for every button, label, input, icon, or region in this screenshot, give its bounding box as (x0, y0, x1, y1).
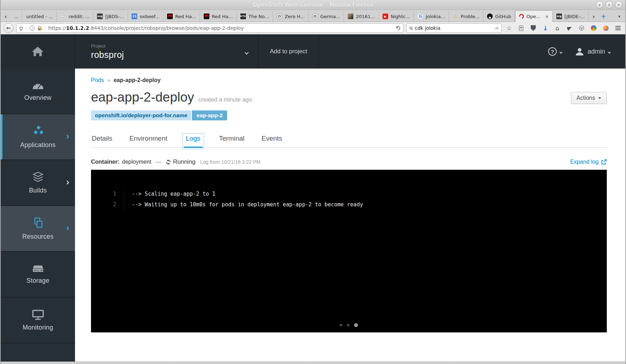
browser-tab[interactable]: ⚠Proble... (449, 11, 483, 22)
search-input[interactable]: cdk jolokia (415, 25, 492, 31)
tab-label: Proble... (461, 14, 480, 19)
label-value: eap-app-2 (192, 110, 227, 120)
tab-logs[interactable]: Logs (184, 135, 203, 148)
project-eyebrow: Project (91, 43, 124, 49)
browser-tab-active-openshift[interactable]: Ope...× (515, 10, 553, 22)
pod-tabs: Details Environment Logs Terminal Events (91, 135, 607, 148)
tab-label: Red Ha... (175, 14, 196, 19)
sidebar-item-overview[interactable]: Overview (1, 69, 75, 114)
browser-tab[interactable]: ΘGerma... (309, 11, 344, 22)
browser-tab[interactable]: Red Ha... (200, 11, 237, 22)
extension-smiley-button[interactable] (577, 23, 586, 33)
tab-details[interactable]: Details (91, 135, 113, 147)
actions-button[interactable]: Actions (571, 92, 607, 104)
theta-favicon-icon: Θ (277, 13, 282, 19)
warning-favicon-icon: ⚠ (453, 13, 458, 19)
chevron-right-icon: › (66, 176, 69, 188)
tab-label: jolokia... (426, 14, 445, 19)
theta-favicon-icon: Θ (312, 13, 318, 19)
log-viewer[interactable]: 1 --> Scaling eap-app-2 to 1 2 --> Waiti… (91, 170, 607, 332)
browser-tab[interactable]: Gjolokia... (414, 11, 449, 22)
log-line: 1 --> Scaling eap-app-2 to 1 (91, 189, 607, 199)
clipboard-icon (519, 26, 523, 31)
reading-list-button[interactable] (517, 23, 526, 33)
tab-label: Ope... (526, 14, 540, 19)
url-bar[interactable]: › i https://10.1.2.2:8443/console/projec… (16, 23, 403, 33)
tab-close-icon[interactable]: × (545, 14, 549, 19)
redhat-favicon-icon (167, 13, 173, 19)
downloads-button[interactable]: ↓ (541, 23, 550, 33)
console-home-button[interactable] (1, 34, 75, 69)
expand-log-link[interactable]: Expand log (570, 159, 607, 165)
sidebar-item-builds[interactable]: Builds › (1, 160, 75, 206)
info-icon[interactable]: i (30, 26, 34, 31)
browser-tab[interactable]: org[JBDS-... (93, 11, 128, 22)
extension-color-circle-button[interactable] (589, 23, 598, 33)
dash-separator: — (156, 159, 161, 165)
breadcrumb-current: eap-app-2-deploy (113, 77, 160, 83)
browser-tab[interactable]: ▶Nightc... (379, 11, 414, 22)
tab-events[interactable]: Events (261, 135, 283, 147)
search-bar[interactable]: cdk jolokia → (406, 23, 502, 33)
sidebar-item-label: Resources (22, 233, 54, 240)
log-line-text: --> Scaling eap-app-2 to 1 (124, 189, 215, 199)
tab-scroll-left-button[interactable]: ‹ (1, 11, 11, 22)
container-status: Running (173, 158, 196, 165)
home-button[interactable]: ⌂ (553, 23, 562, 33)
browser-navbar: ← › i https://10.1.2.2:8443/console/proj… (1, 22, 625, 34)
browser-tab[interactable]: ... (11, 11, 22, 22)
breadcrumb-pods-link[interactable]: Pods (91, 77, 104, 83)
menu-button[interactable] (613, 23, 622, 33)
tab-label: Zero H... (285, 14, 305, 19)
tab-label: The No... (248, 14, 269, 19)
url-text[interactable]: https://10.1.2.2:8443/console/project/ro… (45, 25, 394, 31)
back-button[interactable]: ← (4, 23, 14, 33)
search-icon (410, 27, 412, 29)
sidebar-item-resources[interactable]: Resources › (1, 206, 75, 252)
shield-button[interactable] (529, 23, 538, 33)
container-name: deployment (122, 159, 151, 165)
browser-tab[interactable]: untitled - ... (22, 11, 57, 22)
help-menu[interactable]: ? (548, 34, 575, 69)
project-selector[interactable]: Project robsproj (75, 34, 258, 69)
maximize-button[interactable]: ∧ (605, 1, 613, 9)
reload-icon[interactable] (395, 25, 401, 31)
close-window-button[interactable]: × (615, 1, 622, 9)
tab-environment[interactable]: Environment (129, 135, 168, 147)
tab-label: Red Ha... (212, 14, 233, 19)
browser-tab[interactable]: 20161... (344, 11, 379, 22)
firefox-account-button[interactable] (601, 23, 610, 33)
browser-tab[interactable]: org[JBIDE-... (553, 11, 589, 22)
tab-scroll-right-button[interactable]: › (589, 11, 599, 22)
minimize-button[interactable]: ∨ (596, 1, 603, 9)
sync-icon (166, 159, 171, 165)
browser-tab[interactable]: ΘZero H... (273, 11, 309, 22)
browser-tab[interactable]: HTGThe No... (237, 11, 273, 22)
search-go-icon[interactable]: → (494, 25, 498, 31)
send-tab-button[interactable] (565, 23, 574, 33)
window-title: OpenShift Web Console - Mozilla Firefox (253, 2, 373, 8)
mixed-content-lock-icon[interactable] (37, 26, 43, 31)
tab-label: reddit: ... (69, 14, 90, 19)
bookmark-star-button[interactable]: ☆ (504, 23, 514, 33)
firefox-dot-icon (603, 26, 609, 31)
tab-label: untitled - ... (26, 14, 53, 19)
browser-tab[interactable]: 21oxbeef... (128, 11, 164, 22)
browser-tab[interactable]: Red Ha... (164, 11, 200, 22)
sidebar-item-applications[interactable]: Applications › (1, 114, 75, 160)
sidebar-item-label: Applications (20, 141, 55, 149)
tab-terminal[interactable]: Terminal (218, 135, 245, 147)
add-to-project-button[interactable]: Add to project (258, 34, 319, 69)
browser-tab[interactable]: GitHub (483, 11, 515, 22)
caret-down-icon (598, 97, 601, 99)
identity-separator: › (25, 26, 27, 31)
sidebar-item-label: Storage (26, 277, 49, 284)
browser-tab[interactable]: ☺reddit: ... (57, 11, 93, 22)
sidebar-item-storage[interactable]: Storage (1, 252, 75, 298)
htg-favicon-icon: HTG (240, 13, 246, 19)
user-menu[interactable]: admin (575, 34, 625, 69)
sidebar-item-monitoring[interactable]: Monitoring (1, 298, 75, 343)
breadcrumb-separator: » (107, 77, 110, 83)
new-tab-button[interactable]: + (599, 11, 609, 22)
list-all-tabs-button[interactable]: ▾ (613, 11, 625, 22)
